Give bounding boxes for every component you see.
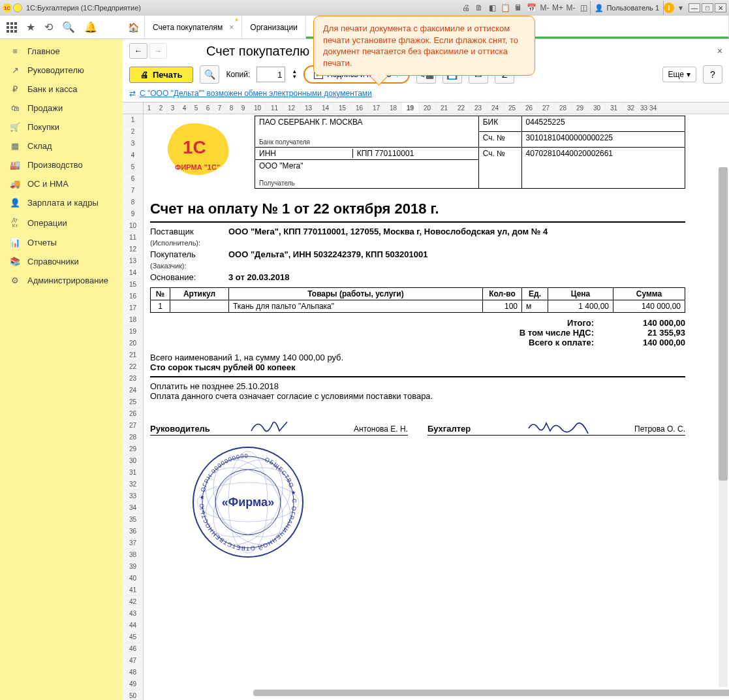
print-icon[interactable]: 🖨 bbox=[461, 3, 471, 13]
buyer-value: ООО "Дельта", ИНН 5032242379, КПП 503201… bbox=[228, 249, 685, 259]
cell-sum: 140 000,00 bbox=[613, 300, 685, 313]
nav-sales[interactable]: 🛍Продажи bbox=[0, 99, 123, 118]
clipboard-icon[interactable]: 📋 bbox=[500, 3, 510, 13]
col-price: Цена bbox=[548, 288, 613, 300]
cell-name: Ткань для пальто "Альпака" bbox=[229, 300, 483, 313]
supplier-label: Поставщик bbox=[150, 227, 228, 236]
supplier-value: ООО "Мега", КПП 770110001, 127055, Москв… bbox=[228, 227, 685, 236]
minimize-button[interactable]: — bbox=[689, 3, 700, 12]
vertical-scrollbar[interactable] bbox=[719, 167, 728, 687]
maximize-button[interactable]: □ bbox=[702, 3, 713, 12]
windows-icon[interactable]: ◫ bbox=[578, 3, 589, 13]
more-button[interactable]: Еще ▾ bbox=[662, 67, 696, 82]
doc-icon[interactable]: 🗎 bbox=[474, 3, 484, 13]
supplier-sublabel: (Исполнитель): bbox=[150, 239, 228, 247]
back-button[interactable]: ← bbox=[129, 43, 147, 59]
user-indicator[interactable]: 👤 Пользователь 1 bbox=[590, 1, 664, 15]
nav-admin[interactable]: ⚙Администрирование bbox=[0, 271, 123, 290]
help-button[interactable]: ? bbox=[703, 65, 722, 84]
nav-label: Отчеты bbox=[27, 238, 57, 247]
m-recall[interactable]: M- bbox=[565, 3, 576, 13]
nav-operations[interactable]: Дт КтОперации bbox=[0, 212, 123, 233]
bars-icon: 📊 bbox=[9, 238, 21, 247]
nav-assets[interactable]: 🚚ОС и НМА bbox=[0, 174, 123, 193]
bag-icon: 🛍 bbox=[9, 103, 21, 113]
horizontal-scrollbar[interactable] bbox=[253, 690, 716, 696]
bank-recipient-label: Банк получателя bbox=[259, 138, 474, 146]
m-minus[interactable]: M- bbox=[539, 3, 550, 13]
total-value: 140 000,00 bbox=[607, 318, 685, 328]
close-icon[interactable]: × bbox=[229, 23, 234, 32]
page-close-button[interactable]: × bbox=[717, 46, 722, 56]
recipient-label: Получатель bbox=[259, 180, 474, 187]
tab-organizations[interactable]: Организации bbox=[242, 16, 306, 39]
nav-label: ОС и НМА bbox=[27, 179, 69, 189]
spinner-icon[interactable]: ▲▼ bbox=[292, 69, 297, 80]
svg-text:«Фирма»: «Фирма» bbox=[222, 496, 274, 509]
user-name: Пользователь 1 bbox=[606, 4, 659, 12]
column-ruler: 1234567891011121314151617181920212223242… bbox=[123, 103, 729, 114]
m-plus[interactable]: M+ bbox=[552, 3, 563, 13]
nav-main[interactable]: ≡Главное bbox=[0, 42, 123, 61]
svg-text:1C: 1C bbox=[183, 137, 206, 157]
bank-details-table: ПАО СБЕРБАНК Г. МОСКВА Банк получателя Б… bbox=[255, 116, 685, 189]
document-body: 1C ФИРМА "1С" ПАО СБЕРБАНК Г. МОСКВА Бан… bbox=[144, 114, 692, 700]
cell-qty: 100 bbox=[483, 300, 522, 313]
nds-value: 21 355,93 bbox=[607, 328, 685, 338]
print-button[interactable]: 🖨 Печать bbox=[129, 67, 193, 83]
tab-invoices[interactable]: Счета покупателям × bbox=[145, 16, 242, 39]
logo-1c-icon: 1C bbox=[3, 3, 12, 12]
nav-reports[interactable]: 📊Отчеты bbox=[0, 233, 123, 252]
row-ruler: 1234567891011121314151617181920212223242… bbox=[123, 114, 144, 700]
nav-label: Склад bbox=[27, 141, 52, 151]
apps-grid-icon[interactable] bbox=[7, 22, 17, 33]
compare-icon[interactable]: ◧ bbox=[487, 3, 497, 13]
pay-value: 140 000,00 bbox=[607, 338, 685, 347]
edo-link[interactable]: С "ООО "Дельта"" возможен обмен электрон… bbox=[140, 89, 372, 98]
nav-catalogs[interactable]: 📚Справочники bbox=[0, 252, 123, 271]
org-name: ООО "Мега" bbox=[259, 161, 474, 170]
nav-purchases[interactable]: 🛒Покупки bbox=[0, 118, 123, 136]
user-icon: 👤 bbox=[595, 4, 604, 12]
pay-deadline: Оплатить не позднее 25.10.2018 bbox=[150, 376, 685, 391]
calc-icon[interactable]: 🖩 bbox=[513, 3, 523, 13]
nav-label: Руководителю bbox=[27, 65, 84, 75]
preview-button[interactable]: 🔍 bbox=[200, 65, 219, 84]
invoice-title: Счет на оплату № 1 от 22 октября 2018 г. bbox=[150, 200, 685, 223]
app-title: 1С:Бухгалтерия (1С:Предприятие) bbox=[26, 4, 141, 12]
col-name: Товары (работы, услуги) bbox=[229, 288, 483, 300]
totals-block: Итого:140 000,00 В том числе НДС:21 355,… bbox=[150, 318, 685, 347]
calendar-icon[interactable]: 📅 bbox=[526, 3, 536, 13]
star-icon[interactable]: ★ bbox=[26, 21, 35, 33]
page-title: Счет покупателю … bbox=[206, 44, 326, 59]
info-drop-icon[interactable]: ▾ bbox=[675, 3, 686, 13]
copies-input[interactable] bbox=[256, 67, 285, 82]
nav-label: Справочники bbox=[27, 257, 79, 266]
search-icon[interactable]: 🔍 bbox=[62, 21, 75, 33]
tab-label: Организации bbox=[250, 23, 298, 32]
close-window-button[interactable]: ✕ bbox=[715, 3, 726, 12]
chevron-down-icon: ▾ bbox=[687, 70, 690, 79]
home-tab[interactable]: 🏠 bbox=[123, 16, 145, 39]
forward-button[interactable]: → bbox=[149, 43, 167, 59]
inn-label: ИНН bbox=[259, 149, 276, 158]
acc-signature bbox=[512, 418, 628, 434]
nav-hr[interactable]: 👤Зарплата и кадры bbox=[0, 193, 123, 212]
nav-manager[interactable]: ↗Руководителю bbox=[0, 61, 123, 80]
ruble-icon: ₽ bbox=[9, 84, 21, 94]
buyer-sublabel: (Заказчик): bbox=[150, 262, 228, 270]
bell-icon[interactable]: 🔔 bbox=[84, 21, 97, 33]
nav-production[interactable]: 🏭Производство bbox=[0, 155, 123, 174]
acc2-label: Сч. № bbox=[478, 148, 521, 189]
info-icon[interactable]: i bbox=[664, 3, 674, 13]
acc-name: Петрова О. С. bbox=[634, 424, 685, 434]
app-menu-dropdown[interactable] bbox=[13, 3, 22, 12]
history-icon[interactable]: ⟲ bbox=[44, 21, 53, 33]
nav-warehouse[interactable]: ▦Склад bbox=[0, 136, 123, 155]
firm-1c-logo: 1C ФИРМА "1С" bbox=[157, 114, 241, 186]
factory-icon: 🏭 bbox=[9, 160, 21, 170]
spreadsheet[interactable]: 1234567891011121314151617181920212223242… bbox=[123, 102, 729, 700]
nav-label: Производство bbox=[27, 160, 83, 170]
gear-icon: ⚙ bbox=[9, 276, 21, 285]
nav-bank[interactable]: ₽Банк и касса bbox=[0, 80, 123, 99]
